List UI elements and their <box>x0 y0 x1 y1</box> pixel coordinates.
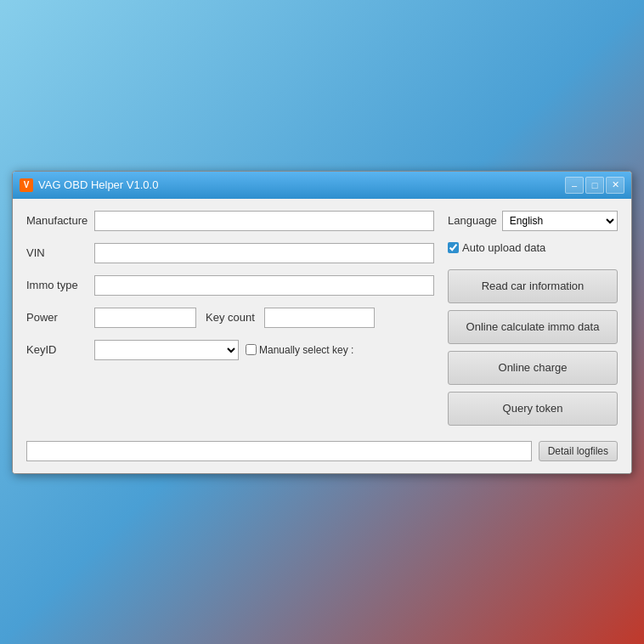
manually-select-checkbox[interactable] <box>246 344 257 355</box>
app-icon-text: V <box>24 180 30 189</box>
detail-logfiles-button[interactable]: Detail logfiles <box>539 441 618 461</box>
app-icon: V <box>20 178 33 192</box>
manually-select-area: Manually select key : <box>246 344 353 356</box>
window-body: Manufacture VIN Immo type Power <box>13 199 631 473</box>
close-button[interactable]: ✕ <box>606 177 624 194</box>
main-window: V VAG OBD Helper V1.0.0 – □ ✕ Manufactur… <box>12 171 632 474</box>
key-count-label: Key count <box>196 311 264 324</box>
manufacture-label: Manufacture <box>26 214 94 227</box>
manually-select-label: Manually select key : <box>259 344 353 356</box>
language-row: Language English Chinese <box>448 211 618 231</box>
manufacture-input[interactable] <box>94 211 434 231</box>
window-controls: – □ ✕ <box>565 177 624 194</box>
power-input[interactable] <box>94 308 196 328</box>
immo-type-input[interactable] <box>94 275 434 296</box>
left-panel: Manufacture VIN Immo type Power <box>26 211 434 426</box>
immo-type-label: Immo type <box>26 279 94 291</box>
bottom-bar: Detail logfiles <box>26 436 618 461</box>
auto-upload-label: Auto upload data <box>462 241 545 254</box>
manufacture-row: Manufacture <box>26 211 434 231</box>
power-label: Power <box>26 311 94 324</box>
keyid-row: KeyID Manually select key : <box>26 340 434 360</box>
maximize-button[interactable]: □ <box>585 177 604 194</box>
language-select[interactable]: English Chinese <box>502 211 618 231</box>
auto-upload-checkbox[interactable] <box>448 242 459 253</box>
right-panel: Language English Chinese Auto upload dat… <box>448 211 618 426</box>
vin-row: VIN <box>26 243 434 263</box>
query-token-button[interactable]: Query token <box>448 392 618 426</box>
read-car-info-button[interactable]: Read car information <box>448 269 618 303</box>
vin-input[interactable] <box>94 243 434 263</box>
online-calculate-button[interactable]: Online calculate immo data <box>448 310 618 344</box>
immo-type-row: Immo type <box>26 275 434 296</box>
auto-upload-row: Auto upload data <box>448 241 618 254</box>
keyid-select[interactable] <box>94 340 239 360</box>
minimize-button[interactable]: – <box>565 177 584 194</box>
window-title: VAG OBD Helper V1.0.0 <box>38 178 565 191</box>
title-bar: V VAG OBD Helper V1.0.0 – □ ✕ <box>13 172 631 199</box>
online-charge-button[interactable]: Online charge <box>448 351 618 385</box>
main-layout: Manufacture VIN Immo type Power <box>26 211 618 426</box>
power-key-row: Power Key count <box>26 308 434 328</box>
vin-label: VIN <box>26 246 94 259</box>
log-input[interactable] <box>26 441 532 461</box>
keyid-label: KeyID <box>26 343 94 356</box>
language-label: Language <box>448 214 497 227</box>
key-count-input[interactable] <box>264 308 375 328</box>
